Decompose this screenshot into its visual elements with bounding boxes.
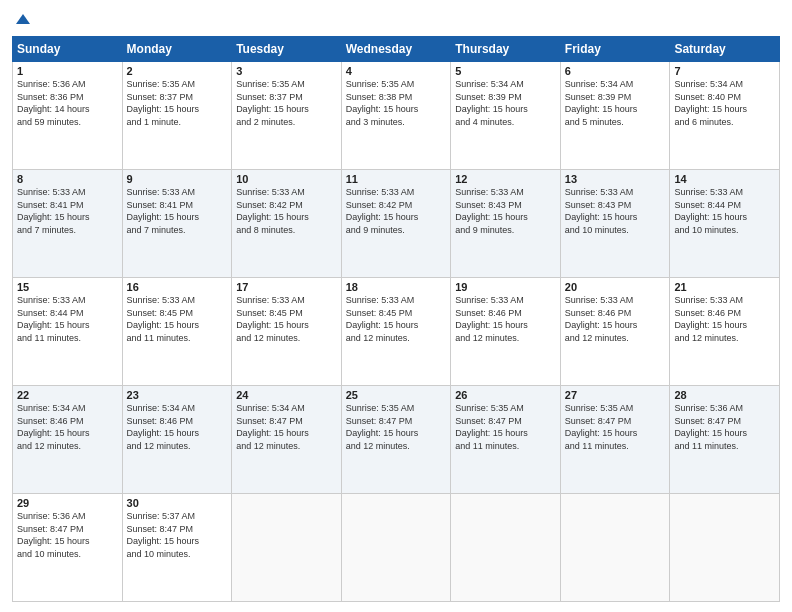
- day-number: 5: [455, 65, 556, 77]
- calendar-cell: [560, 494, 670, 602]
- day-info: Sunrise: 5:33 AM Sunset: 8:44 PM Dayligh…: [674, 186, 775, 236]
- calendar-cell: 9Sunrise: 5:33 AM Sunset: 8:41 PM Daylig…: [122, 170, 232, 278]
- calendar-table: SundayMondayTuesdayWednesdayThursdayFrid…: [12, 36, 780, 602]
- day-info: Sunrise: 5:34 AM Sunset: 8:46 PM Dayligh…: [17, 402, 118, 452]
- calendar-cell: 21Sunrise: 5:33 AM Sunset: 8:46 PM Dayli…: [670, 278, 780, 386]
- day-info: Sunrise: 5:33 AM Sunset: 8:46 PM Dayligh…: [565, 294, 666, 344]
- weekday-header-saturday: Saturday: [670, 37, 780, 62]
- calendar-week-row: 29Sunrise: 5:36 AM Sunset: 8:47 PM Dayli…: [13, 494, 780, 602]
- calendar-cell: 13Sunrise: 5:33 AM Sunset: 8:43 PM Dayli…: [560, 170, 670, 278]
- calendar-cell: 7Sunrise: 5:34 AM Sunset: 8:40 PM Daylig…: [670, 62, 780, 170]
- calendar-cell: 25Sunrise: 5:35 AM Sunset: 8:47 PM Dayli…: [341, 386, 451, 494]
- calendar-week-row: 8Sunrise: 5:33 AM Sunset: 8:41 PM Daylig…: [13, 170, 780, 278]
- day-number: 11: [346, 173, 447, 185]
- calendar-cell: 18Sunrise: 5:33 AM Sunset: 8:45 PM Dayli…: [341, 278, 451, 386]
- calendar-cell: 19Sunrise: 5:33 AM Sunset: 8:46 PM Dayli…: [451, 278, 561, 386]
- day-info: Sunrise: 5:33 AM Sunset: 8:43 PM Dayligh…: [455, 186, 556, 236]
- day-info: Sunrise: 5:35 AM Sunset: 8:47 PM Dayligh…: [565, 402, 666, 452]
- calendar-cell: [341, 494, 451, 602]
- day-info: Sunrise: 5:34 AM Sunset: 8:39 PM Dayligh…: [565, 78, 666, 128]
- page: SundayMondayTuesdayWednesdayThursdayFrid…: [0, 0, 792, 612]
- day-number: 16: [127, 281, 228, 293]
- day-info: Sunrise: 5:33 AM Sunset: 8:42 PM Dayligh…: [236, 186, 337, 236]
- day-number: 2: [127, 65, 228, 77]
- calendar-cell: 4Sunrise: 5:35 AM Sunset: 8:38 PM Daylig…: [341, 62, 451, 170]
- calendar-cell: 11Sunrise: 5:33 AM Sunset: 8:42 PM Dayli…: [341, 170, 451, 278]
- calendar-cell: 28Sunrise: 5:36 AM Sunset: 8:47 PM Dayli…: [670, 386, 780, 494]
- logo-text: [12, 10, 32, 28]
- day-number: 28: [674, 389, 775, 401]
- day-number: 12: [455, 173, 556, 185]
- calendar-cell: 16Sunrise: 5:33 AM Sunset: 8:45 PM Dayli…: [122, 278, 232, 386]
- day-info: Sunrise: 5:34 AM Sunset: 8:39 PM Dayligh…: [455, 78, 556, 128]
- day-number: 27: [565, 389, 666, 401]
- weekday-header-monday: Monday: [122, 37, 232, 62]
- day-info: Sunrise: 5:33 AM Sunset: 8:46 PM Dayligh…: [455, 294, 556, 344]
- day-info: Sunrise: 5:33 AM Sunset: 8:41 PM Dayligh…: [17, 186, 118, 236]
- svg-rect-0: [21, 20, 25, 24]
- day-info: Sunrise: 5:33 AM Sunset: 8:43 PM Dayligh…: [565, 186, 666, 236]
- day-number: 30: [127, 497, 228, 509]
- day-number: 23: [127, 389, 228, 401]
- day-info: Sunrise: 5:36 AM Sunset: 8:36 PM Dayligh…: [17, 78, 118, 128]
- calendar-cell: 24Sunrise: 5:34 AM Sunset: 8:47 PM Dayli…: [232, 386, 342, 494]
- calendar-cell: 17Sunrise: 5:33 AM Sunset: 8:45 PM Dayli…: [232, 278, 342, 386]
- day-info: Sunrise: 5:33 AM Sunset: 8:45 PM Dayligh…: [127, 294, 228, 344]
- day-info: Sunrise: 5:36 AM Sunset: 8:47 PM Dayligh…: [674, 402, 775, 452]
- day-number: 14: [674, 173, 775, 185]
- day-info: Sunrise: 5:34 AM Sunset: 8:47 PM Dayligh…: [236, 402, 337, 452]
- day-info: Sunrise: 5:33 AM Sunset: 8:41 PM Dayligh…: [127, 186, 228, 236]
- calendar-cell: 1Sunrise: 5:36 AM Sunset: 8:36 PM Daylig…: [13, 62, 123, 170]
- day-info: Sunrise: 5:34 AM Sunset: 8:46 PM Dayligh…: [127, 402, 228, 452]
- day-number: 22: [17, 389, 118, 401]
- day-number: 29: [17, 497, 118, 509]
- calendar-cell: 15Sunrise: 5:33 AM Sunset: 8:44 PM Dayli…: [13, 278, 123, 386]
- calendar-cell: 10Sunrise: 5:33 AM Sunset: 8:42 PM Dayli…: [232, 170, 342, 278]
- day-number: 17: [236, 281, 337, 293]
- calendar-cell: 12Sunrise: 5:33 AM Sunset: 8:43 PM Dayli…: [451, 170, 561, 278]
- day-number: 10: [236, 173, 337, 185]
- day-info: Sunrise: 5:35 AM Sunset: 8:47 PM Dayligh…: [455, 402, 556, 452]
- day-number: 20: [565, 281, 666, 293]
- day-info: Sunrise: 5:33 AM Sunset: 8:46 PM Dayligh…: [674, 294, 775, 344]
- day-number: 26: [455, 389, 556, 401]
- day-info: Sunrise: 5:33 AM Sunset: 8:45 PM Dayligh…: [346, 294, 447, 344]
- day-number: 3: [236, 65, 337, 77]
- header: [12, 10, 780, 28]
- calendar-header-row: SundayMondayTuesdayWednesdayThursdayFrid…: [13, 37, 780, 62]
- day-number: 9: [127, 173, 228, 185]
- day-number: 13: [565, 173, 666, 185]
- day-number: 24: [236, 389, 337, 401]
- calendar-week-row: 22Sunrise: 5:34 AM Sunset: 8:46 PM Dayli…: [13, 386, 780, 494]
- weekday-header-tuesday: Tuesday: [232, 37, 342, 62]
- day-info: Sunrise: 5:33 AM Sunset: 8:42 PM Dayligh…: [346, 186, 447, 236]
- weekday-header-sunday: Sunday: [13, 37, 123, 62]
- day-number: 8: [17, 173, 118, 185]
- day-info: Sunrise: 5:35 AM Sunset: 8:37 PM Dayligh…: [236, 78, 337, 128]
- day-number: 1: [17, 65, 118, 77]
- calendar-week-row: 1Sunrise: 5:36 AM Sunset: 8:36 PM Daylig…: [13, 62, 780, 170]
- logo: [12, 10, 32, 28]
- day-info: Sunrise: 5:36 AM Sunset: 8:47 PM Dayligh…: [17, 510, 118, 560]
- day-number: 25: [346, 389, 447, 401]
- calendar-cell: 2Sunrise: 5:35 AM Sunset: 8:37 PM Daylig…: [122, 62, 232, 170]
- calendar-cell: 20Sunrise: 5:33 AM Sunset: 8:46 PM Dayli…: [560, 278, 670, 386]
- calendar-cell: 5Sunrise: 5:34 AM Sunset: 8:39 PM Daylig…: [451, 62, 561, 170]
- calendar-cell: [670, 494, 780, 602]
- calendar-cell: [451, 494, 561, 602]
- calendar-week-row: 15Sunrise: 5:33 AM Sunset: 8:44 PM Dayli…: [13, 278, 780, 386]
- calendar-cell: 23Sunrise: 5:34 AM Sunset: 8:46 PM Dayli…: [122, 386, 232, 494]
- day-info: Sunrise: 5:35 AM Sunset: 8:37 PM Dayligh…: [127, 78, 228, 128]
- day-number: 18: [346, 281, 447, 293]
- weekday-header-wednesday: Wednesday: [341, 37, 451, 62]
- calendar-cell: 26Sunrise: 5:35 AM Sunset: 8:47 PM Dayli…: [451, 386, 561, 494]
- calendar-cell: 8Sunrise: 5:33 AM Sunset: 8:41 PM Daylig…: [13, 170, 123, 278]
- day-number: 21: [674, 281, 775, 293]
- calendar-cell: 3Sunrise: 5:35 AM Sunset: 8:37 PM Daylig…: [232, 62, 342, 170]
- day-number: 7: [674, 65, 775, 77]
- weekday-header-thursday: Thursday: [451, 37, 561, 62]
- calendar-cell: 29Sunrise: 5:36 AM Sunset: 8:47 PM Dayli…: [13, 494, 123, 602]
- day-number: 19: [455, 281, 556, 293]
- day-info: Sunrise: 5:37 AM Sunset: 8:47 PM Dayligh…: [127, 510, 228, 560]
- calendar-cell: 27Sunrise: 5:35 AM Sunset: 8:47 PM Dayli…: [560, 386, 670, 494]
